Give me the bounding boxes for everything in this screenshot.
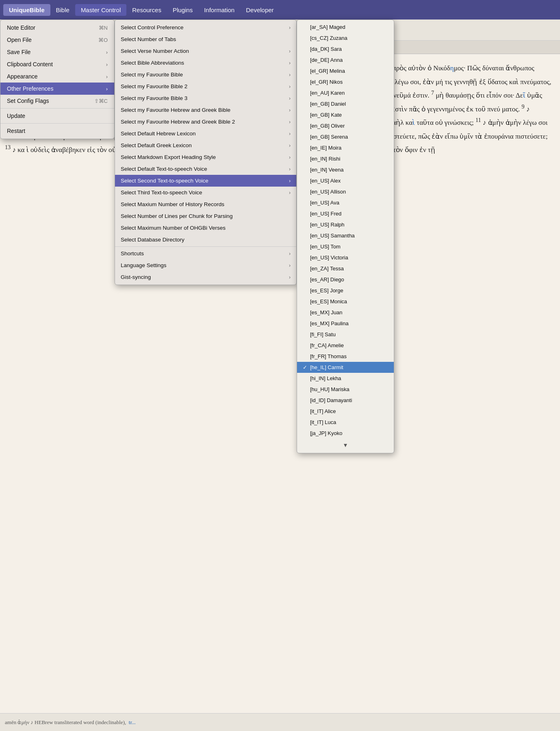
voice-item-21[interactable]: [en_US] Victoria [297,252,394,263]
voice-check-31: ✓ [303,364,310,370]
voice-item-32[interactable]: [hi_IN] Lekha [297,373,394,384]
voice-item-20[interactable]: [en_US] Tom [297,241,394,252]
menu-set-config-flags[interactable]: Set Config Flags ⇧⌘C [0,95,114,107]
pref-lines-per-chunk[interactable]: Select Number of Lines per Chunk for Par… [115,210,296,222]
dropdown-other-preferences: Select Control Preference › Select Numbe… [115,20,297,285]
pref-fav-bible3[interactable]: Select my Favourite Bible 3 › [115,92,296,104]
pref-second-tts[interactable]: Select Second Text-to-speech Voice › [115,175,296,187]
voice-item-9[interactable]: [en_GB] Oliver [297,120,394,131]
voice-label-21: [en_US] Victoria [310,255,348,261]
pref-database-dir[interactable]: Select Database Directory [115,234,296,246]
voice-label-4: [el_GR] Melina [310,68,345,74]
pref-fav-heb-gk[interactable]: Select my Favourite Hebrew and Greek Bib… [115,104,296,116]
voice-label-16: [en_US] Ava [310,200,339,206]
voice-item-2[interactable]: [da_DK] Sara [297,44,394,54]
voice-item-33[interactable]: [hu_HU] Mariska [297,384,394,395]
voice-item-4[interactable]: [el_GR] Melina [297,65,394,76]
voice-item-6[interactable]: [en_AU] Karen [297,87,394,98]
voice-item-31[interactable]: ✓[he_IL] Carmit [297,362,394,373]
voice-item-25[interactable]: [es_ES] Monica [297,296,394,307]
dropdown-voice-list: [ar_SA] Maged [cs_CZ] Zuzana [da_DK] Sar… [297,20,394,453]
voice-item-19[interactable]: [en_US] Samantha [297,230,394,241]
voice-item-17[interactable]: [en_US] Fred [297,208,394,219]
voice-item-24[interactable]: [es_ES] Jorge [297,285,394,296]
pref-fav-bible[interactable]: Select my Favourite Bible › [115,69,296,80]
bottom-bar: amēn ἀμήν ♪ HEBrew transliterated word (… [0,713,560,731]
voice-item-14[interactable]: [en_US] Alex [297,175,394,186]
voice-item-26[interactable]: [es_MX] Juan [297,307,394,318]
voice-label-19: [en_US] Samantha [310,233,355,239]
voice-item-18[interactable]: [en_US] Ralph [297,219,394,230]
voice-item-16[interactable]: [en_US] Ava [297,197,394,208]
voice-label-33: [hu_HU] Mariska [310,386,349,392]
voice-item-12[interactable]: [en_IN] Rishi [297,153,394,164]
menu-developer[interactable]: Developer [240,4,279,16]
voice-label-29: [fr_CA] Amelie [310,342,344,348]
pref-verse-number-action[interactable]: Select Verse Number Action › [115,45,296,57]
menu-master-control[interactable]: Master Control [75,4,126,16]
markdown-heading-label: Select Markdown Export Heading Style [121,154,216,160]
pref-fav-heb-gk2[interactable]: Select my Favourite Hebrew and Greek Bib… [115,116,296,128]
voice-item-7[interactable]: [en_GB] Daniel [297,98,394,109]
menu-resources[interactable]: Resources [126,4,167,16]
menu-update[interactable]: Update [0,110,114,122]
menu-uniquebible[interactable]: UniqueBible [3,4,50,16]
voice-item-13[interactable]: [en_IN] Veena [297,164,394,175]
menu-information[interactable]: Information [198,4,240,16]
other-prefs-label: Other Preferences [7,85,53,92]
voice-item-0[interactable]: [ar_SA] Maged [297,22,394,33]
voice-item-28[interactable]: [fi_FI] Satu [297,329,394,340]
voice-item-1[interactable]: [cs_CZ] Zuzana [297,33,394,44]
menu-save-file[interactable]: Save File › [0,46,114,58]
voice-item-22[interactable]: [en_ZA] Tessa [297,263,394,274]
pref-control-preference[interactable]: Select Control Preference › [115,22,296,33]
pref-max-ohgbi[interactable]: Select Maximum Number of OHGBi Verses [115,222,296,234]
menu-clipboard-content[interactable]: Clipboard Content › [0,58,114,70]
voice-scroll-down[interactable]: ▾ [297,439,394,451]
voice-label-26: [es_MX] Juan [310,309,343,315]
menu-note-editor[interactable]: Note Editor ⌘N [0,22,114,34]
pref-bible-abbreviations[interactable]: Select Bible Abbreviations › [115,57,296,69]
pref-default-heb-lex[interactable]: Select Default Hebrew Lexicon › [115,128,296,139]
menu-appearance[interactable]: Appearance › [0,70,114,83]
pref-language-settings[interactable]: Language Settings › [115,259,296,271]
other-prefs-arrow: › [106,86,108,92]
pref-fav-bible2[interactable]: Select my Favourite Bible 2 › [115,80,296,92]
pref-gist-syncing[interactable]: Gist-syncing › [115,271,296,283]
number-tabs-label: Select Number of Tabs [121,36,176,42]
menu-plugins[interactable]: Plugins [167,4,198,16]
voice-label-7: [en_GB] Daniel [310,101,346,107]
voice-item-27[interactable]: [es_MX] Paulina [297,318,394,329]
voice-item-36[interactable]: [it_IT] Luca [297,417,394,428]
pref-number-of-tabs[interactable]: Select Number of Tabs [115,33,296,45]
shortcuts-label: Shortcuts [121,250,144,257]
voice-item-10[interactable]: [en_GB] Serena [297,131,394,142]
voice-item-30[interactable]: [fr_FR] Thomas [297,351,394,362]
pref-markdown-heading[interactable]: Select Markdown Export Heading Style › [115,151,296,163]
second-tts-arrow: › [289,178,291,184]
menu-restart[interactable]: Restart [0,125,114,137]
menu-bible[interactable]: Bible [50,4,75,16]
appearance-label: Appearance [7,73,38,80]
fav-bible3-arrow: › [289,96,291,101]
voice-item-29[interactable]: [fr_CA] Amelie [297,340,394,351]
verse-action-label: Select Verse Number Action [121,48,189,54]
voice-item-34[interactable]: [id_ID] Damayanti [297,395,394,406]
voice-item-5[interactable]: [el_GR] Nikos [297,76,394,87]
pref-shortcuts[interactable]: Shortcuts › [115,248,296,259]
voice-item-3[interactable]: [de_DE] Anna [297,54,394,65]
pref-third-tts[interactable]: Select Third Text-to-speech Voice › [115,187,296,198]
menu-other-preferences[interactable]: Other Preferences › [0,83,114,95]
voice-item-23[interactable]: [es_AR] Diego [297,274,394,285]
voice-item-37[interactable]: [ja_JP] Kyoko [297,428,394,439]
pref-default-tts[interactable]: Select Default Text-to-speech Voice › [115,163,296,175]
pref-max-history[interactable]: Select Maxium Number of History Records [115,198,296,210]
voice-item-8[interactable]: [en_GB] Kate [297,109,394,120]
pref-default-gk-lex[interactable]: Select Default Greek Lexicon › [115,139,296,151]
voice-item-11[interactable]: [en_IE] Moira [297,142,394,153]
voice-item-15[interactable]: [en_US] Allison [297,186,394,197]
menu-open-file[interactable]: Open File ⌘O [0,34,114,46]
separator-1 [0,108,114,109]
voice-item-35[interactable]: [it_IT] Alice [297,406,394,417]
control-pref-label: Select Control Preference [121,24,184,30]
